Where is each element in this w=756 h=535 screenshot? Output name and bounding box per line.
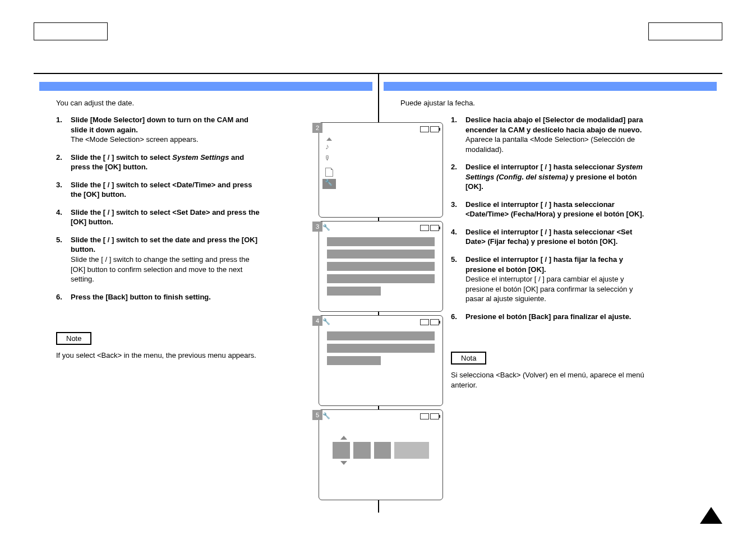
step-ital: System Settings — [172, 153, 229, 162]
step-text: Deslice hacia abajo el [Selector de moda… — [465, 116, 643, 134]
date-boxes — [333, 442, 429, 459]
step-text: Press the [Back] button to finish settin… — [71, 293, 211, 301]
step-text: Deslice el interruptor [ / ] hasta selec… — [465, 200, 644, 219]
doc-icon — [325, 168, 333, 177]
battery-icon — [430, 413, 439, 419]
wrench-icon — [322, 224, 330, 231]
step-text: Slide the [ / ] switch to select <Set Da… — [71, 208, 260, 227]
screen-number: 5 — [312, 410, 322, 420]
music-icon — [324, 143, 334, 153]
step-pre: Slide the [ / ] switch to select — [71, 153, 172, 162]
screen-number: 2 — [312, 123, 322, 133]
settings-highlight-icon — [322, 179, 336, 189]
menu-item — [327, 344, 435, 353]
menu-item — [327, 250, 435, 259]
section-bar-right — [384, 82, 717, 91]
note-label-left: Note — [56, 332, 91, 345]
battery-icon — [430, 319, 439, 325]
date-box — [353, 442, 371, 459]
top-box-right — [648, 22, 722, 40]
step-pre: Deslice el interruptor [ / ] hasta selec… — [465, 163, 616, 171]
step-number: 4. — [56, 207, 71, 218]
step-text: Deslice el interruptor [ / ] hasta selec… — [465, 228, 632, 246]
step-number: 6. — [451, 312, 465, 322]
step-item: 5.Deslice el interruptor [ / ] hasta fij… — [451, 255, 717, 304]
step-number: 5. — [451, 255, 465, 265]
date-box — [374, 442, 391, 459]
note-text-left: If you select <Back> in the menu, the pr… — [56, 350, 269, 361]
page-corner-triangle-icon — [700, 507, 722, 524]
step-number: 1. — [56, 115, 71, 125]
step-text: Deslice el interruptor [ / ] hasta fijar… — [465, 255, 623, 274]
step-item: 4.Deslice el interruptor [ / ] hasta sel… — [451, 227, 717, 247]
screenshots-stack: 2 3 4 — [312, 122, 444, 504]
menu-item — [327, 274, 435, 283]
card-icon — [420, 225, 429, 231]
step-number: 3. — [56, 180, 71, 190]
battery-icon — [430, 126, 439, 132]
step-text: Slide the [ / ] switch to set the date a… — [71, 236, 257, 254]
note-label-right: Nota — [451, 352, 486, 365]
top-box-row — [34, 22, 722, 40]
arrow-up-icon — [326, 137, 332, 141]
screen-number: 3 — [312, 222, 322, 232]
note-text-right: Si selecciona <Back> (Volver) en el menú… — [451, 370, 664, 390]
step-number: 3. — [451, 200, 465, 210]
step-sub: Slide the [ / ] switch to change the set… — [71, 255, 250, 283]
menu-item — [327, 356, 381, 365]
menu-bars — [327, 331, 435, 368]
menu-item — [327, 287, 381, 296]
step-number: 2. — [56, 153, 71, 163]
menu-item — [327, 331, 435, 340]
step-item: 3.Deslice el interruptor [ / ] hasta sel… — [451, 200, 717, 219]
device-screen-5: 5 — [319, 409, 443, 500]
menu-bars — [327, 237, 435, 299]
step-sub: The <Mode Selection> screen appears. — [71, 135, 199, 144]
step-item: 6.Presione el botón [Back] para finaliza… — [451, 312, 717, 322]
step-number: 2. — [451, 162, 465, 172]
step-item: 1.Deslice hacia abajo el [Selector de mo… — [451, 115, 717, 154]
step-text: Presione el botón [Back] para finalizar … — [465, 312, 631, 321]
wrench-icon — [322, 318, 330, 325]
date-setter — [333, 436, 429, 465]
mic-icon — [324, 155, 334, 165]
date-box-last — [394, 442, 429, 459]
device-screen-4: 4 — [319, 315, 443, 406]
step-sub: Aparece la pantalla <Mode Selection> (Se… — [465, 135, 635, 154]
top-box-left — [34, 22, 108, 40]
card-icon — [420, 413, 429, 419]
mode-sidebar — [321, 135, 337, 191]
step-text: Slide the [ / ] switch to select <Date/T… — [71, 181, 252, 199]
screen-number: 4 — [312, 316, 322, 326]
step-number: 4. — [451, 227, 465, 237]
steps-right: 1.Deslice hacia abajo el [Selector de mo… — [451, 115, 717, 321]
screen-title-bar — [322, 224, 330, 231]
step-number: 1. — [451, 115, 465, 125]
step-item: 2.Deslice el interruptor [ / ] hasta sel… — [451, 162, 717, 192]
section-bar-left — [39, 82, 372, 91]
card-icon — [420, 319, 429, 325]
menu-item — [327, 262, 435, 271]
screen-title-bar — [322, 412, 330, 419]
intro-right: Puede ajustar la fecha. — [400, 99, 717, 107]
manual-page: You can adjust the date. 1.Slide [Mode S… — [0, 0, 756, 535]
card-icon — [420, 126, 429, 132]
step-number: 6. — [56, 292, 71, 302]
intro-left: You can adjust the date. — [56, 99, 372, 107]
device-screen-2: 2 — [319, 122, 443, 218]
date-box — [333, 442, 350, 459]
wrench-icon — [322, 412, 330, 419]
step-sub: Deslice el interruptor [ / ] para cambia… — [465, 275, 633, 303]
arrow-up-icon — [340, 436, 347, 440]
device-screen-3: 3 — [319, 221, 443, 312]
step-text: Slide [Mode Selector] down to turn on th… — [71, 116, 248, 134]
arrow-down-icon — [340, 461, 347, 465]
battery-icon — [430, 225, 439, 231]
menu-item — [327, 237, 435, 246]
step-number: 5. — [56, 235, 71, 245]
screen-title-bar — [322, 318, 330, 325]
